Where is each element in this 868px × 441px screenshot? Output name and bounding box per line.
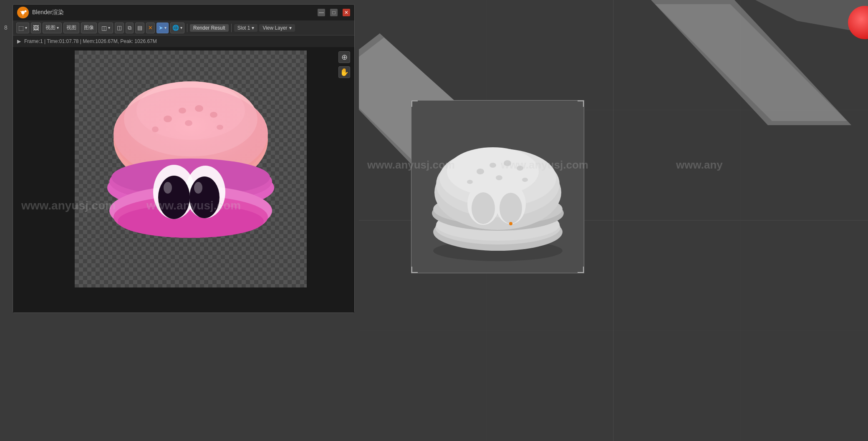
view-dropdown-icon: ▾ [57,25,59,30]
slot-selector[interactable]: Slot 1 ▾ [234,24,258,32]
globe-button[interactable]: 🌐 ▾ [170,23,184,33]
folder-button[interactable]: ▤ [135,23,144,33]
corner-tr [578,101,584,107]
slot-label-text: Slot 1 [237,25,250,31]
corner-bl [411,267,418,273]
pan-icon[interactable]: ✋ [338,66,350,78]
svg-point-26 [158,176,190,219]
svg-point-28 [164,182,172,194]
separator-2 [231,24,232,32]
svg-point-16 [185,120,192,126]
svg-point-55 [467,180,473,184]
viewport-3d-content: www.anyusj.com www.anyusj.com www.any [359,0,868,441]
collapse-arrow[interactable]: ▶ [17,38,21,44]
render-dropdown-arrow2: ▾ [108,25,110,30]
window-title: Blender渲染 [32,9,64,16]
3d-viewport: www.anyusj.com www.anyusj.com www.any [359,0,868,441]
svg-point-53 [504,160,511,166]
editor-type-button[interactable]: ⬚ ▾ [16,23,29,33]
copy-button[interactable]: ⧉ [126,23,134,33]
render-icon: ◫ [101,25,107,31]
image-menu-label: 图像 [84,24,94,31]
folder-icon: ▤ [137,25,142,31]
blender-logo [17,7,29,18]
svg-point-11 [164,116,172,122]
svg-point-54 [517,166,523,171]
image-menu[interactable]: 图像 [81,23,97,33]
zoom-fit-icon[interactable]: ⊕ [338,51,350,63]
render-result-image [75,50,307,287]
sidebar-number: 8 [4,24,8,31]
corner-br [578,267,584,273]
svg-point-17 [217,125,223,130]
render-side-icons: ⊕ ✋ [338,51,350,78]
view2-menu[interactable]: 视图 [63,23,79,33]
render-type-button[interactable]: ◫ ▾ [98,23,113,33]
image-icon-button[interactable]: 🖼 [31,23,41,33]
clay-burger-model [411,101,584,273]
editor-type-icon: ⬚ [18,25,24,31]
svg-point-56 [496,175,502,180]
svg-point-15 [152,126,159,132]
svg-point-57 [522,178,528,182]
svg-point-51 [477,169,484,174]
view2-menu-label: 视图 [66,24,76,31]
viewport-camera-frame [411,100,584,273]
status-bar: ▶ Frame:1 | Time:01:07.78 | Mem:1026.67M… [13,35,354,47]
view-layer-selector[interactable]: View Layer ▾ [259,24,295,32]
maximize-button[interactable]: □ [330,9,338,16]
separator-1 [187,24,187,32]
svg-point-61 [500,193,522,224]
svg-point-12 [179,108,186,113]
render-area: www.anyusj.com www.anyusj.com ⊕ ✋ [13,47,354,312]
close-x-icon: ✕ [148,25,153,31]
arrow-dropdown: ▾ [164,25,167,30]
globe-dropdown: ▾ [180,25,182,30]
window-controls: — □ ✕ [318,9,350,16]
svg-point-29 [194,182,202,194]
view-menu-label: 视图 [45,24,56,31]
globe-icon: 🌐 [172,25,179,31]
copy-icon: ⧉ [128,25,131,31]
view-layer-text: View Layer [262,25,287,31]
layer-button[interactable]: ◫ [115,23,124,33]
svg-point-27 [189,176,220,218]
minimize-button[interactable]: — [318,9,325,16]
svg-point-62 [509,222,512,225]
view-menu[interactable]: 视图 ▾ [43,23,62,33]
svg-point-13 [195,105,203,112]
close-x-button[interactable]: ✕ [146,23,155,33]
layer-icon: ◫ [117,25,122,31]
title-bar: Blender渲染 — □ ✕ [13,5,354,20]
blender-render-window: Blender渲染 — □ ✕ ⬚ ▾ 🖼 视图 ▾ 视图 图像 [13,4,355,313]
svg-point-14 [210,112,217,118]
status-text: Frame:1 | Time:01:07.78 | Mem:1026.67M, … [24,38,157,44]
corner-tl [411,101,418,107]
svg-point-52 [490,163,496,168]
render-result-label: Render Result [190,24,229,32]
arrow-button[interactable]: ➤ ▾ [156,23,169,33]
toolbar: ⬚ ▾ 🖼 视图 ▾ 视图 图像 ◫ ▾ ◫ ⧉ [13,20,354,35]
svg-point-60 [472,192,495,224]
editor-dropdown-arrow: ▾ [25,25,27,30]
arrow-icon: ➤ [159,25,163,31]
close-button[interactable]: ✕ [343,9,350,16]
image-icon: 🖼 [33,25,39,31]
view-layer-dropdown-arrow: ▾ [289,25,292,31]
slot-dropdown-arrow: ▾ [252,25,254,31]
